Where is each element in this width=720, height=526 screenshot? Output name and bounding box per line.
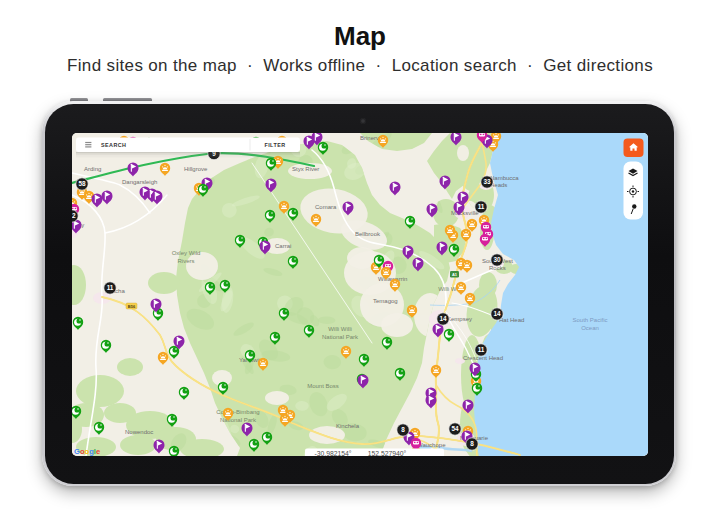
svg-text:30: 30 — [493, 256, 501, 263]
svg-text:Temagog: Temagog — [373, 298, 398, 304]
svg-text:South Pacific: South Pacific — [572, 317, 607, 323]
svg-text:Wauchope: Wauchope — [417, 442, 446, 448]
svg-text:Hillgrove: Hillgrove — [184, 166, 208, 172]
svg-text:Nowendoc: Nowendoc — [125, 429, 153, 435]
svg-text:58: 58 — [78, 180, 86, 187]
svg-text:Carrai: Carrai — [275, 243, 291, 249]
svg-text:11: 11 — [478, 346, 485, 353]
svg-text:Kempsey: Kempsey — [447, 316, 472, 322]
svg-text:B56: B56 — [128, 304, 136, 309]
svg-text:54: 54 — [451, 425, 459, 432]
svg-text:Bellbrook: Bellbrook — [355, 231, 381, 237]
svg-text:Ocean: Ocean — [581, 325, 599, 331]
svg-text:SEARCH: SEARCH — [101, 142, 126, 148]
svg-text:Comara: Comara — [315, 204, 337, 210]
svg-text:12: 12 — [72, 212, 76, 219]
svg-text:152.527940°: 152.527940° — [368, 450, 407, 456]
svg-text:-30.982154°: -30.982154° — [314, 450, 351, 456]
svg-text:National Park: National Park — [322, 334, 359, 340]
svg-text:Dangarsleigh: Dangarsleigh — [122, 179, 157, 185]
svg-text:Google: Google — [74, 447, 100, 456]
svg-text:Arding: Arding — [84, 166, 101, 172]
svg-text:11: 11 — [107, 284, 114, 291]
svg-text:8: 8 — [401, 426, 405, 433]
svg-text:A1: A1 — [452, 272, 458, 277]
svg-text:Oxley Wild: Oxley Wild — [172, 250, 201, 256]
svg-text:11: 11 — [478, 203, 485, 210]
svg-text:14: 14 — [493, 310, 501, 317]
svg-text:33: 33 — [483, 178, 491, 185]
svg-text:Willi Willi: Willi Willi — [328, 326, 352, 332]
svg-text:Hat Head: Hat Head — [499, 317, 524, 323]
svg-text:Nambucca: Nambucca — [490, 175, 519, 181]
svg-text:Styx River: Styx River — [292, 166, 319, 172]
svg-text:14: 14 — [439, 315, 447, 322]
svg-text:Rivers: Rivers — [177, 258, 194, 264]
svg-text:FILTER: FILTER — [264, 142, 285, 148]
svg-text:Kinchela: Kinchela — [336, 423, 360, 429]
svg-text:Mount Boss: Mount Boss — [307, 383, 339, 389]
svg-text:8: 8 — [470, 440, 474, 447]
svg-text:Cottan-Bimbang: Cottan-Bimbang — [216, 409, 259, 415]
